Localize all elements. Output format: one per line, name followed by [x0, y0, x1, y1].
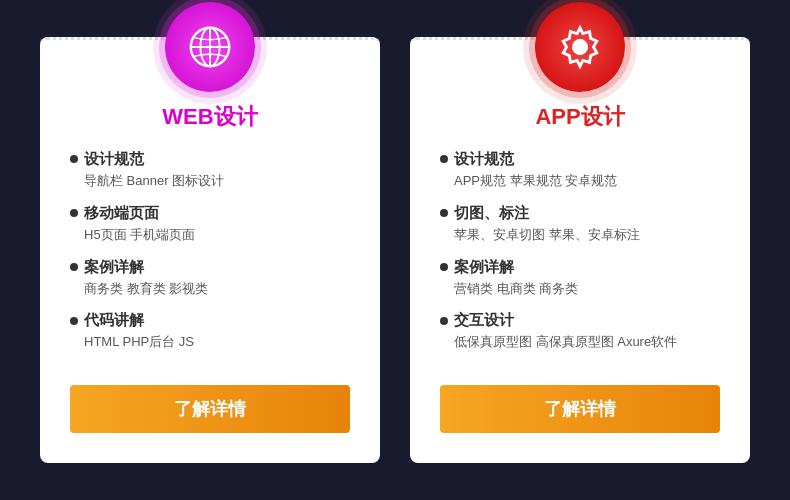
bullet-dot [70, 317, 78, 325]
web-icon-wrap [165, 2, 255, 92]
app-detail-button[interactable]: 了解详情 [440, 385, 720, 433]
list-item: 移动端页面 H5页面 手机端页面 [70, 204, 350, 246]
bullet-dot [70, 155, 78, 163]
bullet-dot [440, 263, 448, 271]
list-item: 设计规范 APP规范 苹果规范 安卓规范 [440, 150, 720, 192]
web-card-title: WEB设计 [162, 102, 257, 132]
item-sub: APP规范 苹果规范 安卓规范 [454, 171, 720, 192]
bullet-dot [440, 317, 448, 325]
item-title: 案例详解 [454, 258, 514, 277]
item-title: 案例详解 [84, 258, 144, 277]
item-sub: 苹果、安卓切图 苹果、安卓标注 [454, 225, 720, 246]
item-title: 切图、标注 [454, 204, 529, 223]
item-sub: 导航栏 Banner 图标设计 [84, 171, 350, 192]
web-card-content: 设计规范 导航栏 Banner 图标设计 移动端页面 H5页面 手机端页面 案例… [40, 150, 380, 365]
gear-icon [556, 23, 604, 71]
item-sub: HTML PHP后台 JS [84, 332, 350, 353]
item-sub: 商务类 教育类 影视类 [84, 279, 350, 300]
list-item: 案例详解 营销类 电商类 商务类 [440, 258, 720, 300]
web-card: WEB设计 设计规范 导航栏 Banner 图标设计 移动端页面 H5页面 手机… [40, 37, 380, 463]
item-title: 代码讲解 [84, 311, 144, 330]
app-list: 设计规范 APP规范 苹果规范 安卓规范 切图、标注 苹果、安卓切图 苹果、安卓… [440, 150, 720, 353]
main-container: WEB设计 设计规范 导航栏 Banner 图标设计 移动端页面 H5页面 手机… [20, 17, 770, 483]
bullet-dot [70, 263, 78, 271]
item-title: 移动端页面 [84, 204, 159, 223]
list-item: 代码讲解 HTML PHP后台 JS [70, 311, 350, 353]
list-item: 切图、标注 苹果、安卓切图 苹果、安卓标注 [440, 204, 720, 246]
item-sub: 低保真原型图 高保真原型图 Axure软件 [454, 332, 720, 353]
bullet-dot [440, 155, 448, 163]
list-item: 案例详解 商务类 教育类 影视类 [70, 258, 350, 300]
item-sub: 营销类 电商类 商务类 [454, 279, 720, 300]
app-card: APP设计 设计规范 APP规范 苹果规范 安卓规范 切图、标注 苹果、安卓切图 [410, 37, 750, 463]
list-item: 设计规范 导航栏 Banner 图标设计 [70, 150, 350, 192]
globe-icon [186, 23, 234, 71]
item-title: 设计规范 [454, 150, 514, 169]
item-title: 交互设计 [454, 311, 514, 330]
list-item: 交互设计 低保真原型图 高保真原型图 Axure软件 [440, 311, 720, 353]
item-sub: H5页面 手机端页面 [84, 225, 350, 246]
web-list: 设计规范 导航栏 Banner 图标设计 移动端页面 H5页面 手机端页面 案例… [70, 150, 350, 353]
web-detail-button[interactable]: 了解详情 [70, 385, 350, 433]
app-icon-wrap [535, 2, 625, 92]
app-card-title: APP设计 [535, 102, 624, 132]
item-title: 设计规范 [84, 150, 144, 169]
app-card-content: 设计规范 APP规范 苹果规范 安卓规范 切图、标注 苹果、安卓切图 苹果、安卓… [410, 150, 750, 365]
bullet-dot [440, 209, 448, 217]
bullet-dot [70, 209, 78, 217]
